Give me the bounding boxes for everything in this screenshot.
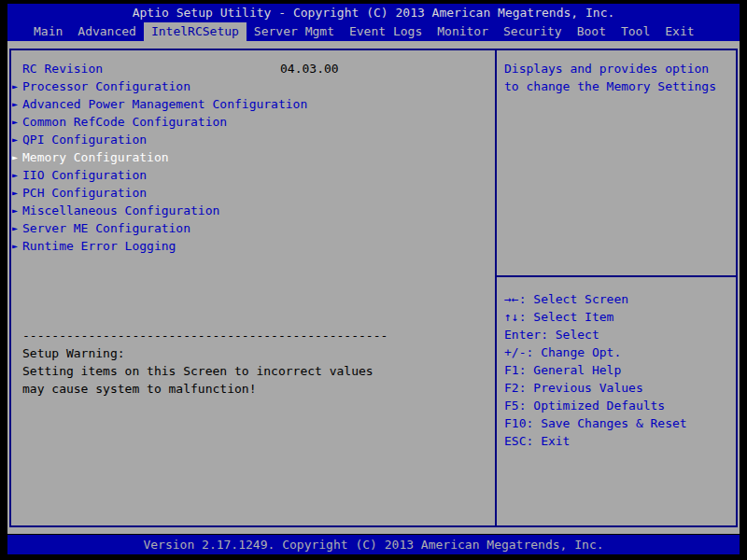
menu-item-advanced-power-management-configuration[interactable]: ► Advanced Power Management Configuratio…: [22, 95, 495, 113]
menu-item-label: QPI Configuration: [22, 133, 147, 147]
hotkey-legend: →←: Select Screen ↑↓: Select Item Enter:…: [504, 277, 728, 450]
submenu-arrow-icon: ►: [12, 184, 18, 202]
hotkey-esc-exit: ESC: Exit: [504, 432, 728, 450]
footer-version-text: Version 2.17.1249. Copyright (C) 2013 Am…: [143, 538, 603, 552]
tab-security[interactable]: Security: [496, 22, 570, 41]
setup-panel: RC Revision 04.03.00 ► Processor Configu…: [9, 49, 738, 527]
submenu-arrow-icon: ►: [12, 148, 18, 166]
hotkey-f1-general-help: F1: General Help: [504, 361, 728, 379]
menu-item-label: IIO Configuration: [22, 168, 147, 182]
menu-item-label: Advanced Power Management Configuration: [22, 97, 307, 111]
submenu-arrow-icon: ►: [12, 131, 18, 148]
warning-separator: ----------------------------------------…: [22, 327, 495, 344]
rc-revision-value: 04.03.00: [280, 60, 339, 77]
submenu-arrow-icon: ►: [12, 95, 18, 113]
submenu-arrow-icon: ►: [12, 202, 18, 219]
menu-item-processor-configuration[interactable]: ► Processor Configuration: [22, 77, 495, 95]
menu-item-pch-configuration[interactable]: ► PCH Configuration: [22, 184, 495, 202]
menu-item-miscellaneous-configuration[interactable]: ► Miscellaneous Configuration: [22, 202, 495, 219]
tab-tool[interactable]: Tool: [613, 22, 657, 41]
hotkey-f10-save-changes-reset: F10: Save Changes & Reset: [504, 414, 728, 432]
app-title: Aptio Setup Utility - Copyright (C) 2013…: [133, 6, 615, 20]
tab-advanced[interactable]: Advanced: [70, 22, 144, 41]
title-bar: Aptio Setup Utility - Copyright (C) 2013…: [7, 4, 740, 22]
menu-item-label: Memory Configuration: [22, 150, 169, 164]
hotkey-select-item: ↑↓: Select Item: [504, 308, 728, 326]
tab-event-logs[interactable]: Event Logs: [342, 22, 430, 41]
help-text-line2: to change the Memory Settings: [504, 77, 728, 95]
rc-revision-row: RC Revision 04.03.00: [22, 60, 495, 77]
options-pane: RC Revision 04.03.00 ► Processor Configu…: [11, 50, 497, 525]
submenu-arrow-icon: ►: [12, 166, 18, 184]
help-text-line1: Displays and provides option: [504, 60, 728, 77]
menu-item-label: Runtime Error Logging: [22, 239, 176, 253]
hotkey-f2-previous-values: F2: Previous Values: [504, 379, 728, 397]
hotkey-select-screen: →←: Select Screen: [504, 290, 728, 308]
hotkey-change-opt: +/-: Change Opt.: [504, 343, 728, 361]
version-footer: Version 2.17.1249. Copyright (C) 2013 Am…: [7, 535, 740, 554]
submenu-arrow-icon: ►: [12, 113, 18, 131]
menu-item-label: PCH Configuration: [22, 186, 147, 200]
submenu-arrow-icon: ►: [12, 219, 18, 237]
tab-main[interactable]: Main: [26, 22, 70, 41]
menu-item-label: Miscellaneous Configuration: [22, 203, 219, 217]
menu-item-runtime-error-logging[interactable]: ► Runtime Error Logging: [22, 237, 495, 255]
hotkey-enter-select: Enter: Select: [504, 326, 728, 343]
item-help-text: Displays and provides option to change t…: [504, 60, 728, 275]
tab-server-mgmt[interactable]: Server Mgmt: [247, 22, 342, 41]
menu-tab-bar: Main Advanced IntelRCSetup Server Mgmt E…: [7, 22, 740, 41]
bios-setup-screen: Aptio Setup Utility - Copyright (C) 2013…: [0, 0, 747, 560]
hotkey-f5-optimized-defaults: F5: Optimized Defaults: [504, 397, 728, 414]
submenu-arrow-icon: ►: [12, 237, 18, 255]
tab-boot[interactable]: Boot: [570, 22, 613, 41]
tab-exit[interactable]: Exit: [657, 22, 701, 41]
menu-item-server-me-configuration[interactable]: ► Server ME Configuration: [22, 219, 495, 237]
tab-monitor[interactable]: Monitor: [430, 22, 496, 41]
submenu-arrow-icon: ►: [12, 77, 18, 95]
spacer: [22, 255, 495, 327]
setup-warning-text-line2: may cause system to malfunction!: [22, 380, 495, 398]
menu-item-memory-configuration[interactable]: ► Memory Configuration: [22, 148, 495, 166]
menu-item-label: Common RefCode Configuration: [22, 115, 227, 129]
setup-warning-title: Setup Warning:: [22, 344, 495, 362]
rc-revision-label: RC Revision: [22, 62, 103, 76]
menu-item-common-refcode-configuration[interactable]: ► Common RefCode Configuration: [22, 113, 495, 131]
help-pane: Displays and provides option to change t…: [497, 50, 736, 525]
menu-item-qpi-configuration[interactable]: ► QPI Configuration: [22, 131, 495, 148]
menu-item-label: Processor Configuration: [22, 79, 190, 93]
menu-item-iio-configuration[interactable]: ► IIO Configuration: [22, 166, 495, 184]
setup-warning-text-line1: Setting items on this Screen to incorrec…: [22, 362, 495, 380]
main-area: RC Revision 04.03.00 ► Processor Configu…: [7, 41, 740, 534]
menu-item-label: Server ME Configuration: [22, 221, 190, 235]
tab-intelrcsetup[interactable]: IntelRCSetup: [144, 22, 247, 41]
